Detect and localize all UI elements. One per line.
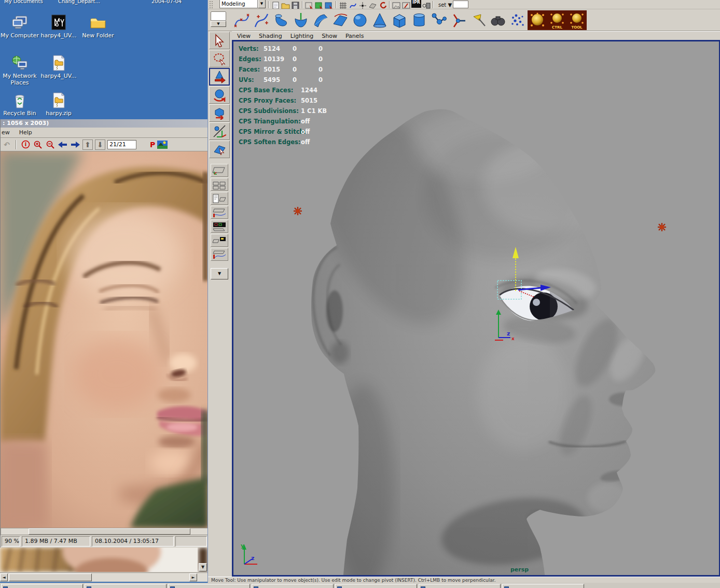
taskbar-button[interactable] <box>419 584 501 588</box>
layout-four-view[interactable] <box>211 178 228 191</box>
select-tool[interactable] <box>209 32 230 49</box>
desktop-icon-maya-file[interactable]: harpy4_UV... <box>36 15 81 39</box>
desktop-label-cut[interactable]: My Documents <box>4 0 43 4</box>
render-view-icon[interactable] <box>392 0 401 9</box>
panel-menu-shading[interactable]: Shading <box>259 33 282 39</box>
layout-persp-hypershade[interactable] <box>211 234 228 247</box>
move-tool-selected[interactable] <box>209 68 230 86</box>
shelf-tab-switcher[interactable]: ▼ <box>211 11 228 29</box>
snap-curve-icon[interactable] <box>348 0 358 9</box>
shelf-locator-pin-icon[interactable] <box>468 10 488 30</box>
taskbar-button[interactable] <box>502 584 584 588</box>
taskbar-button[interactable] <box>335 584 417 588</box>
page-counter-input[interactable] <box>107 140 136 149</box>
layout-hypergraph-persp[interactable] <box>211 220 228 233</box>
snap-plane-icon[interactable] <box>368 0 378 9</box>
shelf-cylinder-icon[interactable] <box>409 10 429 30</box>
layout-persp-graph-2[interactable] <box>211 248 228 261</box>
first-image-button[interactable]: ⬆ <box>82 139 93 150</box>
save-scene-icon[interactable] <box>290 0 300 9</box>
shelf-particles-icon[interactable] <box>508 10 528 30</box>
ipr-render-button[interactable]: IPR <box>411 0 421 8</box>
layout-outliner-persp[interactable] <box>211 192 228 205</box>
panel-menu-lighting[interactable]: Lighting <box>290 33 313 39</box>
taskbar-button[interactable] <box>85 584 167 588</box>
menu-view-cut[interactable]: ew <box>2 129 10 136</box>
shelf-extrude-icon[interactable] <box>311 10 330 30</box>
universal-manipulator-tool[interactable] <box>209 122 230 140</box>
shelf-cps-tool-button[interactable]: TOOL <box>567 10 587 30</box>
shelf-ep-curve-icon[interactable] <box>232 10 252 30</box>
chevron-down-icon[interactable]: ▼ <box>258 0 266 8</box>
scrollbar-thumb[interactable] <box>9 573 92 581</box>
background-horizontal-scrollbar[interactable]: ◄ ► <box>0 572 207 581</box>
render-current-icon[interactable] <box>401 0 411 9</box>
shelf-loft-icon[interactable] <box>291 10 311 30</box>
open-scene-icon[interactable] <box>281 0 290 9</box>
drag-handle[interactable] <box>209 1 213 8</box>
info-icon[interactable]: i <box>20 139 31 150</box>
render-globals-icon[interactable] <box>421 0 431 9</box>
desktop-icon-network-places[interactable]: My Network Places <box>0 55 42 86</box>
locator-star[interactable] <box>658 223 666 231</box>
scroll-left-button[interactable]: ◄ <box>0 573 8 581</box>
viewport-3d[interactable]: z x y z Verts: 5124 <box>232 40 720 577</box>
select-component-icon[interactable] <box>324 0 334 9</box>
menuset-selector[interactable]: Modeling ▼ <box>219 0 266 8</box>
snap-grid-icon[interactable] <box>338 0 348 9</box>
desktop-label-cut[interactable]: 2004-07-04 <box>151 0 182 4</box>
scrollbar-thumb[interactable] <box>29 528 190 535</box>
taskbar-button[interactable] <box>1 584 83 588</box>
select-object-icon[interactable] <box>314 0 324 9</box>
chevron-down-icon[interactable]: ▼ <box>211 21 226 27</box>
shelf-cps-ctrl-button[interactable]: CTRL <box>547 10 567 30</box>
zoom-in-icon[interactable] <box>33 139 43 150</box>
shelf-cone-icon[interactable] <box>370 10 390 30</box>
shelf-ik-handle-icon[interactable] <box>449 10 468 30</box>
scroll-right-button[interactable]: ► <box>189 573 197 581</box>
prev-image-icon[interactable] <box>58 139 68 150</box>
quick-input-field[interactable] <box>453 1 468 8</box>
desktop-icon-my-computer[interactable]: My Computer <box>0 15 42 39</box>
last-image-button[interactable]: ⬇ <box>95 139 105 150</box>
new-scene-icon[interactable] <box>271 0 281 9</box>
layout-more-dropdown[interactable]: ▼ <box>211 268 228 279</box>
panel-menu-panels[interactable]: Panels <box>345 33 364 39</box>
undo-icon[interactable]: ↶ <box>2 139 12 150</box>
zoom-out-icon[interactable] <box>45 139 56 150</box>
snap-point-icon[interactable] <box>358 0 368 9</box>
viewer-horizontal-scrollbar[interactable] <box>1 528 208 535</box>
layout-single-perspective[interactable] <box>211 164 228 177</box>
rotate-tool[interactable] <box>209 86 230 104</box>
shelf-tab-button[interactable] <box>211 11 226 21</box>
last-tool-used[interactable] <box>209 141 230 158</box>
taskbar-button[interactable] <box>168 584 250 588</box>
shelf-birail-icon[interactable] <box>330 10 350 30</box>
panel-menu-show[interactable]: Show <box>322 33 337 39</box>
lasso-select-tool[interactable] <box>209 50 230 67</box>
shelf-sphere-icon[interactable] <box>350 10 370 30</box>
menu-help[interactable]: Help <box>19 129 32 136</box>
desktop-label-cut[interactable]: Chang_Depart... <box>58 0 100 4</box>
desktop-icon-recycle-bin[interactable]: Recycle Bin <box>0 92 42 117</box>
menuset-value[interactable]: Modeling <box>219 0 258 8</box>
desktop-icon-zip-file-2[interactable]: harpy.zip <box>36 92 81 117</box>
locator-star[interactable] <box>294 207 302 215</box>
quick-select-dropdown[interactable]: set ▼ <box>438 2 452 8</box>
taskbar-button[interactable] <box>252 584 334 588</box>
next-image-icon[interactable] <box>70 139 80 150</box>
scroll-down-button[interactable]: ▼ <box>199 563 207 571</box>
shelf-revolve-icon[interactable] <box>271 10 291 30</box>
p-flag-label[interactable]: P <box>150 141 155 149</box>
desktop-icon-zip-file-1[interactable]: harpy4_UV... <box>36 55 81 79</box>
layout-persp-graph[interactable] <box>211 206 228 219</box>
shelf-binoculars-icon[interactable] <box>488 10 508 30</box>
history-icon[interactable] <box>378 0 387 9</box>
shelf-pencil-curve-icon[interactable] <box>252 10 271 30</box>
shelf-cube-icon[interactable] <box>390 10 409 30</box>
select-hierarchy-icon[interactable] <box>304 0 314 9</box>
viewer-title-bar[interactable]: : 1056 x 2003) <box>1 119 207 128</box>
panel-menu-view[interactable]: View <box>237 33 251 39</box>
shelf-joint-tool-icon[interactable] <box>429 10 449 30</box>
shelf-cps-sphere-button[interactable] <box>528 10 547 30</box>
